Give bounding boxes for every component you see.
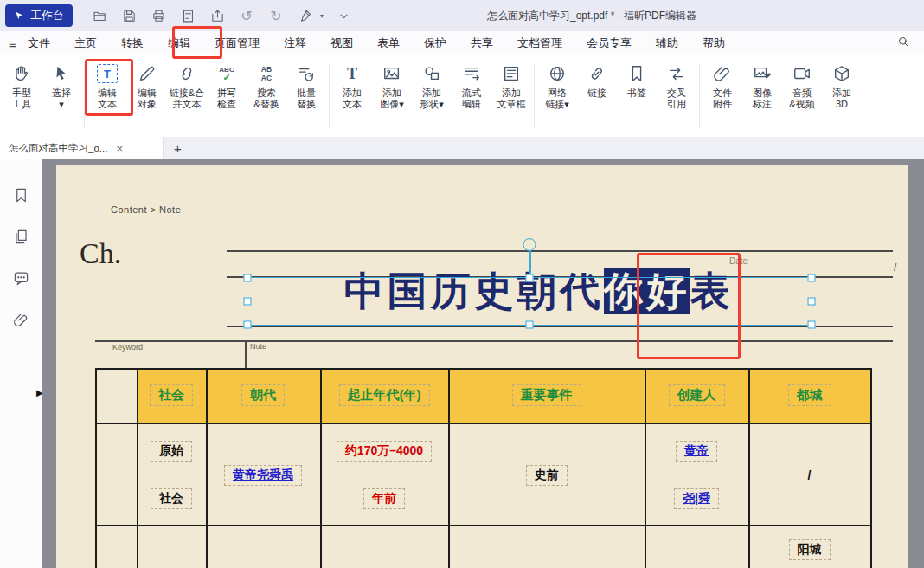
audio-video-icon <box>792 62 812 85</box>
tool-label: 添加 文本 <box>343 87 362 110</box>
comment-panel-icon[interactable] <box>11 268 30 287</box>
selection-handle[interactable] <box>808 321 816 329</box>
pages-panel-icon[interactable] <box>11 227 30 246</box>
tool-file-attachment[interactable]: 文件 附件 <box>703 62 742 110</box>
tab-close-icon[interactable]: × <box>116 142 123 155</box>
tool-audio-video[interactable]: 音频 &视频 <box>782 62 822 110</box>
menu-accessibility[interactable]: 辅助 <box>656 36 678 51</box>
annotation-red-box-selected-text <box>637 253 741 359</box>
spellcheck-icon: ABC✓ <box>219 62 234 85</box>
file-attachment-icon <box>713 62 732 85</box>
menu-home[interactable]: 主页 <box>74 36 97 51</box>
tool-spellcheck[interactable]: ABC✓ 拼写 检查 <box>207 62 247 110</box>
tool-web-link[interactable]: 网络 链接▾ <box>537 62 577 110</box>
table-header-cell: 重要事件 <box>448 368 645 423</box>
left-panel <box>0 159 42 568</box>
tool-label: 批量 替换 <box>297 87 316 110</box>
flow-edit-icon <box>462 62 481 85</box>
open-folder-icon[interactable] <box>90 6 109 25</box>
table-header-cell: 社会 <box>137 368 206 423</box>
tool-search-replace[interactable]: ABAC 搜索 &替换 <box>247 62 286 110</box>
tabbar: 怎么面对高中学习_o... × + <box>0 137 924 159</box>
bookmark-panel-icon[interactable] <box>11 185 30 204</box>
selection-handle[interactable] <box>808 274 816 282</box>
selection-handle[interactable] <box>526 321 534 329</box>
menu-convert[interactable]: 转换 <box>121 36 144 51</box>
tool-image-annotation[interactable]: 图像 标注 <box>742 62 782 110</box>
menu-help[interactable]: 帮助 <box>703 36 725 51</box>
ruled-line <box>227 250 893 252</box>
window-title: 怎么面对高中学习_opt.pdf * - 福昕PDF编辑器 <box>260 9 924 23</box>
print-icon[interactable] <box>149 6 168 25</box>
tool-label: 添加 图像▾ <box>380 87 404 110</box>
document-tab[interactable]: 怎么面对高中学习_o... × <box>0 137 164 159</box>
menu-file[interactable]: 文件 <box>28 36 50 51</box>
table-cell: 黄帝 <box>645 441 748 462</box>
share-icon[interactable] <box>208 6 227 25</box>
menu-share[interactable]: 共享 <box>471 36 493 51</box>
tool-link-merge-text[interactable]: 链接&合 并文本 <box>167 62 207 110</box>
tool-link[interactable]: 链接 <box>577 62 617 99</box>
edit-object-icon <box>138 62 157 85</box>
search-replace-icon: ABAC <box>261 62 272 85</box>
toolbar-separator <box>329 63 330 129</box>
rotation-handle[interactable] <box>523 238 536 251</box>
toolbar-separator <box>699 63 700 129</box>
ruled-line <box>227 326 893 327</box>
tool-label: 搜索 &替换 <box>253 87 279 110</box>
main-area: ▶ Content > Note Ch. Date / Keyword Note… <box>0 159 924 568</box>
print-page-icon[interactable] <box>178 6 197 25</box>
table-cell: 尧|舜 <box>645 488 748 509</box>
history-table: 社会 朝代 起止年代(年) 重要事件 创建人 都城 原始 社会 黄帝尧舜禹 约1… <box>95 368 872 568</box>
tool-batch-replace[interactable]: 批量 替换 <box>286 62 326 110</box>
web-link-icon <box>548 62 567 85</box>
tool-label: 音频 &视频 <box>789 87 814 110</box>
pdf-page[interactable]: Content > Note Ch. Date / Keyword Note 中… <box>56 165 908 568</box>
panel-expand-arrow-icon[interactable]: ▶ <box>36 388 43 397</box>
undo-icon[interactable]: ↺ <box>237 6 256 25</box>
attachment-panel-icon[interactable] <box>11 310 30 329</box>
tool-select[interactable]: 选择 ▾ <box>42 62 81 110</box>
selection-handle[interactable] <box>808 298 816 306</box>
tool-bookmark[interactable]: 书签 <box>617 62 657 99</box>
selection-handle[interactable] <box>244 274 252 282</box>
menu-membership[interactable]: 会员专享 <box>587 36 632 51</box>
tool-label: 手型 工具 <box>12 87 31 110</box>
menu-doc-management[interactable]: 文档管理 <box>517 36 562 51</box>
save-icon[interactable] <box>119 6 138 25</box>
table-cell: 约170万–4000 <box>320 441 448 462</box>
tool-cross-reference[interactable]: 交叉 引用 <box>657 62 696 110</box>
table-cell: 史前 <box>448 465 645 486</box>
tool-add-image[interactable]: 添加 图像▾ <box>372 62 412 110</box>
tool-label: 链接 <box>587 87 606 99</box>
tool-label: 添加 形状▾ <box>420 87 444 110</box>
table-header-cell: 起止年代(年) <box>320 368 448 423</box>
selection-handle[interactable] <box>244 321 252 329</box>
selection-handle[interactable] <box>244 298 252 306</box>
tool-flow-edit[interactable]: 流式 编辑 <box>452 62 491 110</box>
menu-form[interactable]: 表单 <box>377 36 400 51</box>
add-text-icon: T <box>347 62 357 85</box>
new-tab-button[interactable]: + <box>164 137 192 159</box>
tool-add-3d[interactable]: 添加 3D <box>822 62 862 110</box>
tool-label: 网络 链接▾ <box>545 87 569 110</box>
menu-comment[interactable]: 注释 <box>284 36 306 51</box>
search-icon[interactable] <box>897 36 910 51</box>
batch-replace-icon <box>297 62 316 85</box>
hamburger-icon[interactable]: ≡ <box>9 36 24 51</box>
image-annotation-icon <box>753 62 772 85</box>
annotation-red-box-edit-text-tool <box>85 59 133 116</box>
table-header-cell: 创建人 <box>645 368 748 423</box>
tool-add-shape[interactable]: 添加 形状▾ <box>412 62 452 110</box>
table-cell: / <box>748 465 870 486</box>
tool-add-article-box[interactable]: 添加 文章框 <box>491 62 531 110</box>
menubar: ≡ 文件 主页 转换 编辑 页面管理 注释 视图 表单 保护 共享 文档管理 会… <box>0 31 924 56</box>
document-tab-label: 怎么面对高中学习_o... <box>9 142 107 155</box>
menu-protect[interactable]: 保护 <box>424 36 446 51</box>
page-breadcrumb: Content > Note <box>111 204 181 215</box>
menu-view[interactable]: 视图 <box>330 36 353 51</box>
tool-add-text[interactable]: T 添加 文本 <box>332 62 372 110</box>
selection-handle[interactable] <box>526 274 534 282</box>
workspace-button[interactable]: 工作台 <box>5 4 73 27</box>
tool-hand[interactable]: 手型 工具 <box>2 62 42 110</box>
